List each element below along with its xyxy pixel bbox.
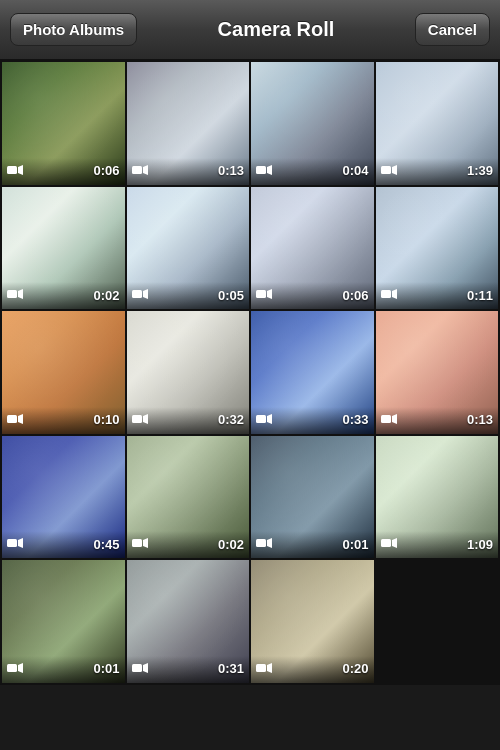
svg-rect-24 <box>7 539 17 547</box>
video-camera-icon <box>132 411 148 429</box>
video-camera-icon <box>7 660 23 678</box>
video-grid: 0:06 0:13 0:04 1:39 0:02 0:05 0:06 0:11 … <box>0 60 500 685</box>
svg-marker-9 <box>18 289 23 299</box>
video-camera-icon <box>132 660 148 678</box>
video-duration: 0:05 <box>218 288 244 303</box>
video-camera-icon <box>256 660 272 678</box>
video-thumb-8[interactable]: 0:11 <box>376 187 499 310</box>
svg-marker-29 <box>267 538 272 548</box>
video-camera-icon <box>256 286 272 304</box>
header: Photo Albums Camera Roll Cancel <box>0 0 500 60</box>
video-thumb-6[interactable]: 0:05 <box>127 187 250 310</box>
svg-rect-28 <box>256 539 266 547</box>
svg-rect-32 <box>7 664 17 672</box>
svg-marker-17 <box>18 414 23 424</box>
video-thumb-13[interactable]: 0:45 <box>2 436 125 559</box>
svg-rect-18 <box>132 415 142 423</box>
svg-marker-37 <box>267 663 272 673</box>
video-thumb-2[interactable]: 0:13 <box>127 62 250 185</box>
video-thumb-15[interactable]: 0:01 <box>251 436 374 559</box>
video-camera-icon <box>256 411 272 429</box>
svg-marker-21 <box>267 414 272 424</box>
svg-rect-16 <box>7 415 17 423</box>
video-duration: 0:31 <box>218 661 244 676</box>
video-thumb-11[interactable]: 0:33 <box>251 311 374 434</box>
svg-marker-25 <box>18 538 23 548</box>
svg-rect-0 <box>7 166 17 174</box>
svg-rect-36 <box>256 664 266 672</box>
svg-marker-31 <box>392 538 397 548</box>
video-duration: 0:20 <box>342 661 368 676</box>
video-duration: 0:01 <box>93 661 119 676</box>
video-duration: 0:06 <box>342 288 368 303</box>
svg-marker-7 <box>392 165 397 175</box>
page-title: Camera Roll <box>137 18 415 41</box>
video-thumb-9[interactable]: 0:10 <box>2 311 125 434</box>
video-duration: 0:01 <box>342 537 368 552</box>
video-camera-icon <box>7 411 23 429</box>
video-thumb-19[interactable]: 0:20 <box>251 560 374 683</box>
svg-marker-13 <box>267 289 272 299</box>
svg-rect-6 <box>381 166 391 174</box>
video-camera-icon <box>381 286 397 304</box>
video-duration: 0:06 <box>93 163 119 178</box>
svg-marker-15 <box>392 289 397 299</box>
video-camera-icon <box>256 535 272 553</box>
svg-marker-11 <box>143 289 148 299</box>
cancel-button[interactable]: Cancel <box>415 13 490 46</box>
video-thumb-14[interactable]: 0:02 <box>127 436 250 559</box>
video-thumb-16[interactable]: 1:09 <box>376 436 499 559</box>
video-thumb-7[interactable]: 0:06 <box>251 187 374 310</box>
video-duration: 0:32 <box>218 412 244 427</box>
svg-marker-3 <box>143 165 148 175</box>
video-camera-icon <box>381 411 397 429</box>
svg-marker-1 <box>18 165 23 175</box>
video-thumb-5[interactable]: 0:02 <box>2 187 125 310</box>
video-camera-icon <box>381 535 397 553</box>
svg-rect-8 <box>7 290 17 298</box>
video-thumb-18[interactable]: 0:31 <box>127 560 250 683</box>
svg-rect-10 <box>132 290 142 298</box>
svg-rect-4 <box>256 166 266 174</box>
svg-marker-5 <box>267 165 272 175</box>
video-duration: 0:10 <box>93 412 119 427</box>
video-camera-icon <box>7 286 23 304</box>
svg-rect-12 <box>256 290 266 298</box>
svg-rect-22 <box>381 415 391 423</box>
video-camera-icon <box>132 286 148 304</box>
video-thumb-4[interactable]: 1:39 <box>376 62 499 185</box>
svg-rect-14 <box>381 290 391 298</box>
video-duration: 0:11 <box>467 288 493 303</box>
photo-albums-button[interactable]: Photo Albums <box>10 13 137 46</box>
svg-marker-23 <box>392 414 397 424</box>
video-duration: 1:39 <box>467 163 493 178</box>
video-duration: 1:09 <box>467 537 493 552</box>
svg-rect-26 <box>132 539 142 547</box>
video-duration: 0:45 <box>93 537 119 552</box>
video-duration: 0:02 <box>93 288 119 303</box>
svg-rect-34 <box>132 664 142 672</box>
video-duration: 0:33 <box>342 412 368 427</box>
video-thumb-3[interactable]: 0:04 <box>251 62 374 185</box>
video-duration: 0:13 <box>218 163 244 178</box>
video-camera-icon <box>381 162 397 180</box>
video-duration: 0:04 <box>342 163 368 178</box>
video-duration: 0:02 <box>218 537 244 552</box>
video-camera-icon <box>7 535 23 553</box>
svg-marker-27 <box>143 538 148 548</box>
video-camera-icon <box>132 535 148 553</box>
svg-marker-35 <box>143 663 148 673</box>
video-thumb-1[interactable]: 0:06 <box>2 62 125 185</box>
video-duration: 0:13 <box>467 412 493 427</box>
video-camera-icon <box>132 162 148 180</box>
svg-marker-19 <box>143 414 148 424</box>
video-camera-icon <box>7 162 23 180</box>
svg-rect-2 <box>132 166 142 174</box>
video-camera-icon <box>256 162 272 180</box>
svg-marker-33 <box>18 663 23 673</box>
video-thumb-10[interactable]: 0:32 <box>127 311 250 434</box>
video-thumb-12[interactable]: 0:13 <box>376 311 499 434</box>
video-thumb-17[interactable]: 0:01 <box>2 560 125 683</box>
svg-rect-30 <box>381 539 391 547</box>
svg-rect-20 <box>256 415 266 423</box>
